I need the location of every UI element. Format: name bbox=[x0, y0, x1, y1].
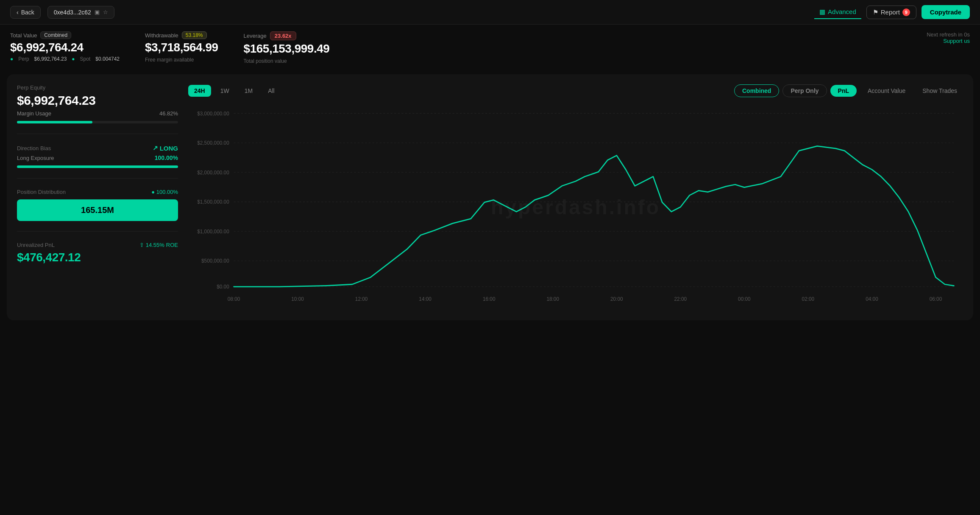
refresh-info: Next refresh in 0s Support us bbox=[927, 31, 970, 44]
chart-type-account-btn[interactable]: Account Value bbox=[860, 85, 913, 97]
perp-label: Perp bbox=[18, 56, 29, 62]
perp-dot: ● bbox=[10, 56, 13, 62]
svg-text:$2,500,000.00: $2,500,000.00 bbox=[197, 140, 229, 146]
svg-text:$3,000,000.00: $3,000,000.00 bbox=[197, 110, 229, 116]
leverage-badge: 23.62x bbox=[270, 31, 296, 40]
star-icon[interactable]: ☆ bbox=[103, 9, 108, 15]
report-button[interactable]: ⚑ Report 9 bbox=[866, 6, 916, 19]
time-btn-24h[interactable]: 24H bbox=[188, 85, 211, 97]
free-margin-label: Free margin available bbox=[145, 57, 218, 63]
long-exposure-bar-bg bbox=[17, 165, 178, 168]
chart-line bbox=[234, 146, 954, 286]
chart-type-pnl-btn[interactable]: PnL bbox=[830, 85, 857, 97]
chart-wrapper: hyperdash.info $3,000,000.00 $2,500,000.… bbox=[188, 104, 963, 310]
svg-text:20:00: 20:00 bbox=[610, 296, 623, 302]
svg-text:$1,000,000.00: $1,000,000.00 bbox=[197, 229, 229, 235]
advanced-button[interactable]: ▩ Advanced bbox=[814, 6, 861, 19]
flag-icon: ⚑ bbox=[873, 8, 878, 16]
long-exposure-label: Long Exposure bbox=[17, 155, 54, 161]
combined-badge[interactable]: Combined bbox=[40, 31, 71, 39]
divider-3 bbox=[17, 231, 178, 232]
margin-usage-bar-bg bbox=[17, 121, 178, 123]
chart-controls: 24H 1W 1M All Combined Perp Only PnL Acc… bbox=[188, 84, 963, 97]
left-panel: Perp Equity $6,992,764.23 Margin Usage 4… bbox=[17, 84, 178, 310]
margin-usage-bar-fill bbox=[17, 121, 92, 123]
long-exposure-bar-fill bbox=[17, 165, 178, 168]
svg-text:02:00: 02:00 bbox=[802, 296, 815, 302]
bar-chart-icon: ▩ bbox=[819, 8, 825, 16]
divider-2 bbox=[17, 178, 178, 179]
stats-row: Total Value Combined $6,992,764.24 ● Per… bbox=[0, 25, 980, 71]
svg-text:16:00: 16:00 bbox=[483, 296, 496, 302]
show-trades-btn[interactable]: Show Trades bbox=[916, 85, 963, 97]
divider-1 bbox=[17, 134, 178, 134]
margin-usage-row: Margin Usage 46.82% bbox=[17, 110, 178, 117]
withdrawable-block: Withdrawable 53.18% $3,718,564.99 Free m… bbox=[145, 31, 218, 63]
report-label: Report bbox=[881, 8, 900, 16]
main-card: Perp Equity $6,992,764.23 Margin Usage 4… bbox=[7, 74, 973, 320]
withdrawable-pct-badge: 53.18% bbox=[182, 31, 207, 39]
svg-text:$1,500,000.00: $1,500,000.00 bbox=[197, 199, 229, 205]
perp-equity-section: Perp Equity $6,992,764.23 Margin Usage 4… bbox=[17, 84, 178, 123]
margin-usage-pct: 46.82% bbox=[159, 110, 178, 117]
perp-value: $6,992,764.23 bbox=[34, 56, 67, 62]
long-badge: ↗ LONG bbox=[153, 144, 178, 152]
long-exposure-pct: 100.00% bbox=[155, 154, 178, 161]
svg-text:10:00: 10:00 bbox=[291, 296, 304, 302]
total-value-label: Total Value Combined bbox=[10, 31, 120, 39]
refresh-label: Next refresh in 0s bbox=[927, 31, 970, 38]
spot-dot: ● bbox=[72, 56, 75, 62]
unrealized-pnl-section: Unrealized PnL ⇧ 14.55% ROE $476,427.12 bbox=[17, 242, 178, 264]
long-value: LONG bbox=[160, 145, 178, 152]
chart-svg: $3,000,000.00 $2,500,000.00 $2,000,000.0… bbox=[188, 104, 963, 310]
copytrade-button[interactable]: Copytrade bbox=[922, 5, 970, 19]
time-btn-all[interactable]: All bbox=[262, 85, 281, 97]
direction-section: Direction Bias ↗ LONG Long Exposure 100.… bbox=[17, 144, 178, 168]
leverage-block: Leverage 23.62x $165,153,999.49 Total po… bbox=[244, 31, 330, 64]
svg-text:14:00: 14:00 bbox=[419, 296, 432, 302]
total-value-block: Total Value Combined $6,992,764.24 ● Per… bbox=[10, 31, 120, 62]
address-bar: 0xe4d3...2c62 ▣ ☆ bbox=[47, 6, 114, 19]
filter-combined-btn[interactable]: Combined bbox=[734, 84, 779, 97]
copy-icon[interactable]: ▣ bbox=[95, 9, 100, 15]
total-value-sub: ● Perp $6,992,764.23 ● Spot $0.004742 bbox=[10, 56, 120, 62]
total-position-label: Total position value bbox=[244, 58, 330, 64]
time-btn-1w[interactable]: 1W bbox=[214, 85, 235, 97]
position-dist-bar: 165.15M bbox=[17, 199, 178, 221]
position-dist-section: Position Distribution ● 100.00% 165.15M bbox=[17, 189, 178, 221]
margin-usage-label: Margin Usage bbox=[17, 110, 51, 117]
leverage-value: $165,153,999.49 bbox=[244, 42, 330, 56]
svg-text:$2,000,000.00: $2,000,000.00 bbox=[197, 170, 229, 176]
roe-value: 14.55% bbox=[146, 242, 164, 248]
pnl-row: Unrealized PnL ⇧ 14.55% ROE bbox=[17, 242, 178, 248]
roe-label: ROE bbox=[166, 242, 178, 248]
advanced-label: Advanced bbox=[828, 8, 856, 15]
support-link[interactable]: Support us bbox=[927, 38, 970, 44]
time-btn-1m[interactable]: 1M bbox=[239, 85, 259, 97]
leverage-label: Leverage 23.62x bbox=[244, 31, 330, 40]
back-button[interactable]: ‹ Back bbox=[10, 6, 41, 19]
total-value: $6,992,764.24 bbox=[10, 41, 120, 54]
perp-equity-label: Perp Equity bbox=[17, 84, 178, 91]
spot-value: $0.004742 bbox=[95, 56, 120, 62]
notification-badge: 9 bbox=[902, 8, 910, 16]
address-text: 0xe4d3...2c62 bbox=[54, 9, 91, 16]
spot-label: Spot bbox=[80, 56, 91, 62]
arrow-up-right-icon: ↗ bbox=[153, 144, 158, 152]
header: ‹ Back 0xe4d3...2c62 ▣ ☆ ▩ Advanced ⚑ Re… bbox=[0, 0, 980, 25]
back-arrow-icon: ‹ bbox=[17, 9, 19, 16]
withdrawable-label: Withdrawable 53.18% bbox=[145, 31, 218, 39]
withdrawable-value: $3,718,564.99 bbox=[145, 41, 218, 54]
unrealized-pnl-label: Unrealized PnL bbox=[17, 242, 55, 248]
chart-area: 24H 1W 1M All Combined Perp Only PnL Acc… bbox=[188, 84, 963, 310]
copytrade-label: Copytrade bbox=[930, 8, 961, 16]
dist-header: Position Distribution ● 100.00% bbox=[17, 189, 178, 195]
svg-text:$0.00: $0.00 bbox=[217, 284, 229, 290]
arrow-up-icon: ⇧ bbox=[139, 242, 144, 248]
svg-text:18:00: 18:00 bbox=[546, 296, 559, 302]
svg-text:00:00: 00:00 bbox=[738, 296, 751, 302]
svg-text:08:00: 08:00 bbox=[228, 296, 240, 302]
svg-text:22:00: 22:00 bbox=[674, 296, 687, 302]
filter-perp-only-btn[interactable]: Perp Only bbox=[782, 84, 827, 97]
position-dist-pct: ● 100.00% bbox=[151, 189, 178, 195]
